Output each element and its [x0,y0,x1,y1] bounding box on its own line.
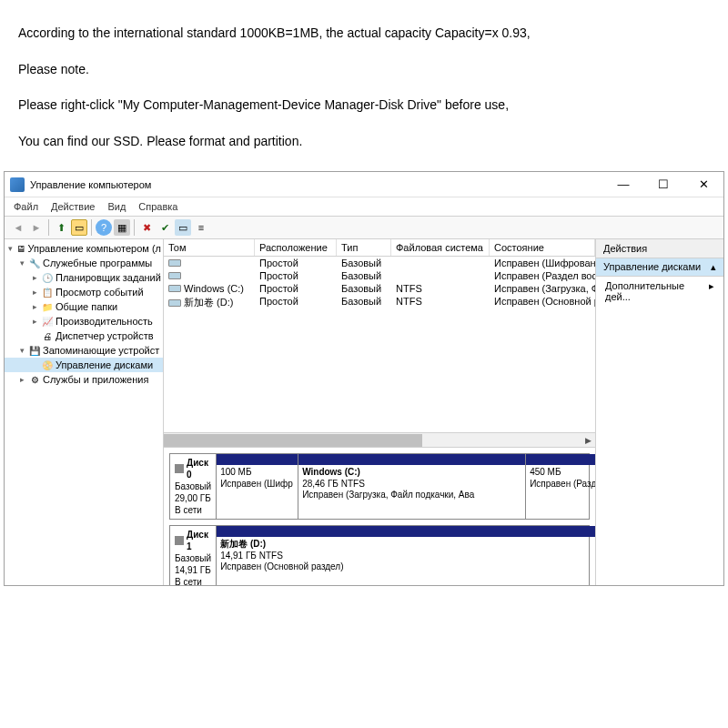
intro-line-2: Please note. [18,55,710,86]
tree-system-tools[interactable]: ▾🔧Служебные программы [5,256,163,270]
tree-disk-management[interactable]: 📀Управление дисками [5,358,163,372]
tree-device-manager[interactable]: 🖨Диспетчер устройств [5,329,163,343]
props-button[interactable]: ▭ [71,219,87,236]
refresh-button[interactable]: ▦ [114,219,130,236]
volume-list: Том Расположение Тип Файловая система Со… [164,239,595,447]
disk-icon [175,536,184,545]
folder-icon: 📁 [41,300,54,313]
tree-performance[interactable]: ▸📈Производительность [5,314,163,329]
app-icon [10,177,25,192]
drive-icon [168,299,181,307]
scroll-right-icon[interactable]: ▶ [581,433,595,447]
up-button[interactable]: ⬆ [53,219,69,236]
volume-row[interactable]: Windows (C:)ПростойБазовыйNTFSИсправен (… [164,282,595,295]
menubar: Файл Действие Вид Справка [5,197,723,217]
disk-icon [175,464,184,473]
scrollbar-thumb[interactable] [164,434,422,447]
menu-file[interactable]: Файл [14,201,38,212]
help-button[interactable]: ? [96,219,112,236]
volume-row[interactable]: ПростойБазовыйИсправен (Шифрованный (EFI… [164,257,595,269]
partition[interactable]: 100 МБИсправен (Шифр [217,454,298,519]
scheduler-icon: 🕒 [41,271,54,284]
back-button[interactable]: ◄ [10,219,26,236]
menu-view[interactable]: Вид [107,201,126,212]
drive-icon [168,259,181,267]
drive-icon [168,272,181,279]
perf-icon: 📈 [41,315,54,328]
actions-more[interactable]: Дополнительные дей...▸ [596,277,723,306]
tree-root[interactable]: ▾🖥Управление компьютером (л [5,241,163,256]
tools-icon: 🔧 [28,257,41,269]
tree-scheduler[interactable]: ▸🕒Планировщик заданий [5,270,163,285]
col-volume[interactable]: Том [164,239,255,256]
titlebar[interactable]: Управление компьютером — ☐ ✕ [5,172,723,197]
volume-list-header: Том Расположение Тип Файловая система Со… [164,239,595,257]
tree-storage[interactable]: ▾💾Запоминающие устройст [5,343,163,358]
menu-help[interactable]: Справка [138,201,177,212]
drive-icon [168,285,181,292]
device-icon: 🖨 [41,329,54,342]
disk-graphic-pane: Диск 0Базовый29,00 ГБВ сети100 МБИсправе… [164,447,595,585]
volume-row[interactable]: ПростойБазовыйИсправен (Раздел восстанов… [164,269,595,282]
volume-row[interactable]: 新加卷 (D:)ПростойБазовыйNTFSИсправен (Осно… [164,295,595,310]
intro-line-3: Please right-click "My Computer-Manageme… [18,90,710,121]
action1-button[interactable]: ✖ [138,219,155,236]
window-title: Управление компьютером [30,179,603,190]
computer-management-window: Управление компьютером — ☐ ✕ Файл Действ… [4,171,724,586]
actions-selected[interactable]: Управление дисками▴ [596,258,723,277]
horizontal-scrollbar[interactable]: ▶ [164,432,595,447]
disk-row: Диск 0Базовый29,00 ГБВ сети100 МБИсправе… [169,453,590,520]
collapse-icon: ▴ [711,261,716,273]
list-button[interactable]: ≡ [193,219,209,236]
close-button[interactable]: ✕ [683,172,723,197]
col-status[interactable]: Состояние [490,239,595,256]
maximize-button[interactable]: ☐ [643,172,683,197]
disk-row: Диск 1Базовый14,91 ГБВ сети新加卷 (D:)14,91… [169,525,590,585]
actions-pane: Действия Управление дисками▴ Дополнитель… [596,239,723,585]
partition[interactable]: 450 МБИсправен (Раздел восс [526,454,595,519]
forward-button[interactable]: ► [28,219,45,236]
storage-icon: 💾 [28,344,41,357]
menu-action[interactable]: Действие [51,201,95,212]
intro-text: According to the international standard … [0,0,728,171]
disk-info[interactable]: Диск 0Базовый29,00 ГБВ сети [170,454,217,519]
toolbar: ◄ ► ⬆ ▭ ? ▦ ✖ ✔ ▭ ≡ [5,217,723,239]
partition[interactable]: 新加卷 (D:)14,91 ГБ NTFSИсправен (Основной … [217,526,595,585]
chevron-right-icon: ▸ [709,280,714,302]
settings-button[interactable]: ▭ [175,219,191,236]
event-icon: 📋 [41,286,54,298]
intro-line-1: According to the international standard … [18,18,710,49]
tree-pane: ▾🖥Управление компьютером (л ▾🔧Служебные … [5,239,164,585]
partition[interactable]: Windows (C:)28,46 ГБ NTFSИсправен (Загру… [298,454,526,519]
action2-button[interactable]: ✔ [157,219,173,236]
col-type[interactable]: Тип [337,239,391,256]
services-icon: ⚙ [28,373,41,386]
center-pane: Том Расположение Тип Файловая система Со… [164,239,596,585]
actions-header: Действия [596,239,723,258]
disk-info[interactable]: Диск 1Базовый14,91 ГБВ сети [170,526,217,585]
tree-shared-folders[interactable]: ▸📁Общие папки [5,299,163,314]
col-layout[interactable]: Расположение [255,239,337,256]
computer-icon: 🖥 [15,242,25,255]
disk-icon: 📀 [41,359,54,371]
intro-line-4: You can find our SSD. Please format and … [18,126,710,157]
tree-event-viewer[interactable]: ▸📋Просмотр событий [5,285,163,299]
col-filesystem[interactable]: Файловая система [391,239,490,256]
tree-services[interactable]: ▸⚙Службы и приложения [5,372,163,387]
minimize-button[interactable]: — [603,172,643,197]
